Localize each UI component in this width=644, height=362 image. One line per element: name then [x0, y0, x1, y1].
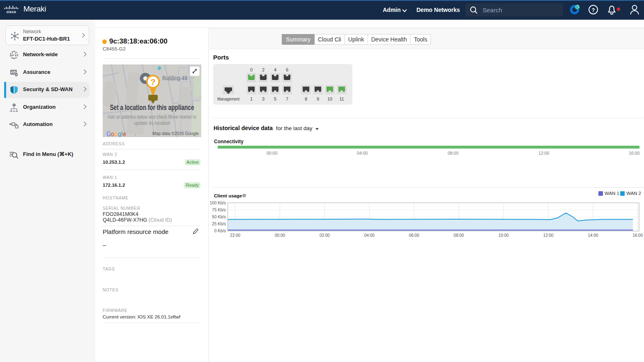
svg-text:Building 49: Building 49: [162, 75, 187, 81]
svg-text:04:00: 04:00: [364, 233, 375, 238]
svg-text:22:00: 22:00: [230, 233, 240, 238]
svg-text:e: e: [123, 130, 126, 137]
svg-text:l: l: [122, 130, 123, 137]
svg-text:16:00: 16:00: [632, 233, 643, 238]
svg-text:update its location: update its location: [134, 120, 170, 126]
svg-text:G: G: [106, 130, 111, 137]
svg-text:0 Kb/s: 0 Kb/s: [214, 229, 226, 233]
svg-text:o: o: [111, 130, 114, 137]
svg-text:Management: Management: [217, 96, 239, 101]
svg-text:11: 11: [339, 96, 344, 101]
svg-text:Add an address below and check: Add an address below and check Move mark…: [108, 114, 196, 120]
svg-text:Map data ©2026 Google: Map data ©2026 Google: [152, 131, 199, 136]
svg-text:50 Kb/s: 50 Kb/s: [212, 215, 226, 219]
svg-text:4: 4: [274, 67, 276, 72]
svg-text:25 Kb/s: 25 Kb/s: [212, 222, 226, 226]
svg-text:8: 8: [305, 96, 307, 101]
svg-text:1: 1: [250, 96, 253, 101]
svg-text:0: 0: [250, 67, 253, 72]
svg-text:9: 9: [317, 96, 319, 101]
svg-text:?: ?: [592, 7, 595, 13]
svg-text:?: ?: [150, 77, 156, 87]
svg-text:o: o: [114, 130, 117, 137]
svg-text:3: 3: [262, 96, 264, 101]
svg-text:10: 10: [327, 96, 332, 101]
svg-text:6: 6: [286, 67, 288, 72]
svg-text:7: 7: [286, 96, 288, 101]
svg-text:10:00: 10:00: [498, 233, 508, 238]
svg-text:g: g: [118, 130, 121, 137]
svg-text:cisco: cisco: [7, 10, 16, 14]
svg-text:12:00: 12:00: [543, 233, 553, 238]
svg-text:02:00: 02:00: [320, 233, 330, 238]
svg-text:Set a location for this applia: Set a location for this appliance: [110, 103, 194, 112]
svg-text:2: 2: [262, 67, 264, 72]
svg-text:08:00: 08:00: [454, 233, 464, 238]
svg-text:00:00: 00:00: [275, 233, 285, 238]
svg-text:75 Kb/s: 75 Kb/s: [212, 208, 226, 212]
svg-text:5: 5: [274, 96, 276, 101]
svg-text:100 Kb/s: 100 Kb/s: [210, 201, 226, 205]
svg-text:06:00: 06:00: [409, 233, 419, 238]
svg-text:14:00: 14:00: [588, 233, 598, 238]
